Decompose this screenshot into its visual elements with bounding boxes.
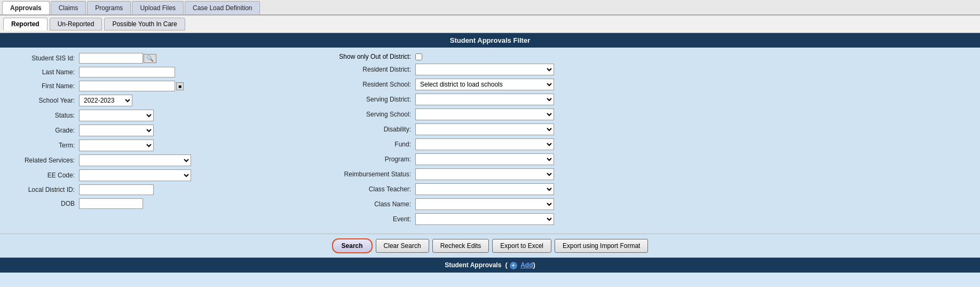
add-link[interactable]: Add <box>520 261 533 269</box>
serving-district-select[interactable] <box>415 94 554 105</box>
dob-label: DOB <box>11 200 75 207</box>
resident-school-label: Resident School: <box>326 81 411 88</box>
disability-select[interactable] <box>415 123 554 135</box>
class-name-select[interactable] <box>415 198 554 210</box>
school-year-label: School Year: <box>11 97 75 104</box>
sub-nav-tabs: Reported Un-Reported Possible Youth In C… <box>0 15 980 33</box>
status-label: Status: <box>11 112 75 119</box>
resident-school-select[interactable]: Select district to load schools <box>415 79 554 90</box>
fund-row: Fund: <box>326 138 969 150</box>
reimbursement-status-label: Reimbursement Status: <box>326 170 411 178</box>
class-teacher-select[interactable] <box>415 183 554 195</box>
fund-label: Fund: <box>326 141 411 148</box>
serving-school-row: Serving School: <box>326 108 969 120</box>
term-select[interactable] <box>79 139 154 151</box>
grade-label: Grade: <box>11 127 75 134</box>
last-name-row: Last Name: <box>11 67 304 77</box>
student-sis-row: Student SIS Id: 🔍 <box>11 53 304 64</box>
filter-header: Student Approvals Filter <box>0 33 980 48</box>
resident-school-row: Resident School: Select district to load… <box>326 79 969 90</box>
disability-row: Disability: <box>326 123 969 135</box>
filter-left: Student SIS Id: 🔍 Last Name: First Name:… <box>11 53 304 228</box>
grade-row: Grade: <box>11 125 304 136</box>
clear-search-button[interactable]: Clear Search <box>376 239 429 253</box>
resident-district-label: Resident District: <box>326 66 411 73</box>
out-of-district-row: Show only Out of District: <box>326 53 969 60</box>
related-services-row: Related Services: <box>11 154 304 166</box>
export-to-excel-button[interactable]: Export to Excel <box>492 239 551 253</box>
event-row: Event: <box>326 213 969 225</box>
sis-input-wrap: 🔍 <box>79 53 156 64</box>
dob-row: DOB <box>11 198 304 209</box>
tab-programs[interactable]: Programs <box>87 1 131 14</box>
local-district-label: Local District ID: <box>11 186 75 193</box>
filter-body: Student SIS Id: 🔍 Last Name: First Name:… <box>0 48 980 234</box>
tab-claims[interactable]: Claims <box>51 1 86 14</box>
tab-upload-files[interactable]: Upload Files <box>132 1 184 14</box>
add-icon: + <box>510 262 517 269</box>
first-name-wrap: ■ <box>79 81 184 91</box>
program-label: Program: <box>326 156 411 163</box>
disability-label: Disability: <box>326 126 411 133</box>
local-district-row: Local District ID: <box>11 184 304 195</box>
program-select[interactable] <box>415 153 554 165</box>
term-label: Term: <box>11 142 75 149</box>
subtab-possible-youth[interactable]: Possible Youth In Care <box>104 18 185 30</box>
reimbursement-status-select[interactable] <box>415 168 554 180</box>
resident-district-select[interactable] <box>415 64 554 75</box>
school-year-select[interactable]: 2022-2023 2021-2022 2023-2024 <box>79 95 132 106</box>
first-name-btn[interactable]: ■ <box>176 82 184 90</box>
class-name-row: Class Name: <box>326 198 969 210</box>
resident-district-row: Resident District: <box>326 64 969 75</box>
button-bar: Search Clear Search Recheck Edits Export… <box>0 234 980 258</box>
status-select[interactable] <box>79 110 154 121</box>
serving-district-label: Serving District: <box>326 96 411 103</box>
export-import-format-button[interactable]: Export using Import Format <box>555 239 648 253</box>
event-select[interactable] <box>415 213 554 225</box>
last-name-input[interactable] <box>79 67 175 77</box>
out-of-district-checkbox[interactable] <box>415 53 422 60</box>
local-district-input[interactable] <box>79 184 154 195</box>
related-services-label: Related Services: <box>11 157 75 164</box>
dob-input[interactable] <box>79 198 143 209</box>
ee-code-select[interactable] <box>79 169 191 181</box>
program-row: Program: <box>326 153 969 165</box>
class-teacher-label: Class Teacher: <box>326 185 411 193</box>
serving-school-select[interactable] <box>415 108 554 120</box>
subtab-reported[interactable]: Reported <box>3 18 48 30</box>
sis-lookup-button[interactable]: 🔍 <box>144 54 156 63</box>
class-teacher-row: Class Teacher: <box>326 183 969 195</box>
ee-code-label: EE Code: <box>11 172 75 179</box>
first-name-input[interactable] <box>79 81 175 91</box>
term-row: Term: <box>11 139 304 151</box>
recheck-edits-button[interactable]: Recheck Edits <box>432 239 489 253</box>
last-name-label: Last Name: <box>11 68 75 76</box>
out-of-district-label: Show only Out of District: <box>326 53 411 60</box>
status-row: Status: <box>11 110 304 121</box>
subtab-unreported[interactable]: Un-Reported <box>50 18 102 30</box>
tab-approvals[interactable]: Approvals <box>2 1 50 14</box>
grade-select[interactable] <box>79 125 154 136</box>
bottom-bar: Student Approvals ( + Add) <box>0 258 980 273</box>
search-button[interactable]: Search <box>332 238 373 253</box>
reimbursement-status-row: Reimbursement Status: <box>326 168 969 180</box>
top-nav-tabs: Approvals Claims Programs Upload Files C… <box>0 0 980 15</box>
filter-right: Show only Out of District: Resident Dist… <box>304 53 969 228</box>
serving-school-label: Serving School: <box>326 111 411 118</box>
first-name-label: First Name: <box>11 82 75 90</box>
school-year-row: School Year: 2022-2023 2021-2022 2023-20… <box>11 95 304 106</box>
related-services-select[interactable] <box>79 154 191 166</box>
first-name-row: First Name: ■ <box>11 81 304 91</box>
fund-select[interactable] <box>415 138 554 150</box>
student-approvals-label: Student Approvals <box>445 261 501 269</box>
event-label: Event: <box>326 215 411 223</box>
serving-district-row: Serving District: <box>326 94 969 105</box>
student-sis-label: Student SIS Id: <box>11 55 75 62</box>
tab-case-load[interactable]: Case Load Definition <box>185 1 260 14</box>
class-name-label: Class Name: <box>326 200 411 208</box>
ee-code-row: EE Code: <box>11 169 304 181</box>
student-sis-input[interactable] <box>79 53 143 64</box>
